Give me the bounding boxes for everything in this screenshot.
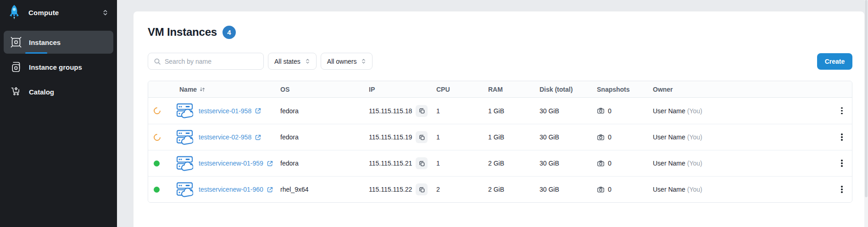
rocket-logo-icon <box>6 4 23 21</box>
external-link-icon[interactable] <box>255 107 262 114</box>
os-value: fedora <box>280 107 369 115</box>
sidebar-item-instances[interactable]: Instances <box>4 31 113 54</box>
owner-value: User Name (You) <box>653 133 832 141</box>
product-name: Compute <box>28 9 59 17</box>
instances-table: Name OS IP CPU RAM Disk (total) Snapshot… <box>148 81 852 203</box>
instance-count-badge: 4 <box>223 26 236 39</box>
row-actions-kebab-button[interactable] <box>835 105 848 117</box>
instance-name-link[interactable]: testservicenew-01-959 <box>199 159 263 168</box>
toolbar: All states All owners Create <box>148 53 852 70</box>
ram-value: 2 GiB <box>488 160 540 167</box>
snapshot-count: 0 <box>608 107 612 115</box>
copy-icon <box>418 107 425 114</box>
owners-filter-dropdown[interactable]: All owners <box>321 53 373 70</box>
copy-ip-button[interactable] <box>416 157 428 169</box>
disk-value: 30 GiB <box>540 160 597 167</box>
copy-ip-button[interactable] <box>416 183 428 195</box>
cart-icon <box>10 86 22 98</box>
disk-value: 30 GiB <box>540 133 597 141</box>
column-header-ram: RAM <box>488 86 540 93</box>
snapshot-camera-icon <box>597 160 605 167</box>
external-link-icon[interactable] <box>255 134 262 141</box>
ram-value: 1 GiB <box>488 133 540 141</box>
owner-value: User Name (You) <box>653 160 832 167</box>
row-actions-kebab-button[interactable] <box>835 157 848 170</box>
instance-name-link[interactable]: testservice-02-958 <box>199 133 251 142</box>
external-link-icon[interactable] <box>267 186 273 193</box>
column-header-owner: Owner <box>653 86 832 93</box>
unfold-icon <box>102 9 109 16</box>
column-header-snapshots: Snapshots <box>597 86 653 93</box>
sort-icon <box>199 86 206 93</box>
copy-icon <box>418 160 425 167</box>
ip-value: 115.115.115.19 <box>369 133 412 141</box>
table-row: testservicenew-01-960 rhel_9x64 115.115.… <box>148 176 852 202</box>
chip-icon <box>10 36 22 48</box>
table-header: Name OS IP CPU RAM Disk (total) Snapshot… <box>148 81 852 98</box>
column-header-ip: IP <box>369 86 436 93</box>
product-switcher-button[interactable] <box>102 9 109 16</box>
page-title: VM Instances <box>148 26 217 39</box>
instance-name-link[interactable]: testservicenew-01-960 <box>199 185 263 194</box>
column-header-disk: Disk (total) <box>540 86 597 93</box>
instance-name-link[interactable]: testservice-01-958 <box>199 106 251 116</box>
search-box[interactable] <box>148 53 264 70</box>
vm-server-icon <box>176 103 193 118</box>
external-link-icon[interactable] <box>267 160 273 167</box>
sidebar-item-label: Instances <box>29 39 61 46</box>
column-header-cpu: CPU <box>436 86 488 93</box>
page-scrollbar <box>864 0 868 227</box>
create-button[interactable]: Create <box>817 53 852 70</box>
copy-ip-button[interactable] <box>416 105 428 117</box>
sidebar-item-catalog[interactable]: Catalog <box>4 80 113 103</box>
content-card: VM Instances 4 All states All owners <box>134 11 864 227</box>
copy-icon <box>418 134 425 141</box>
states-filter-label: All states <box>274 58 300 65</box>
ip-value: 115.115.115.21 <box>369 160 412 167</box>
cpu-value: 2 <box>436 186 488 193</box>
snapshot-count: 0 <box>608 186 612 193</box>
owner-you-note: (You) <box>687 107 702 115</box>
os-value: fedora <box>280 133 369 141</box>
ram-value: 2 GiB <box>488 186 540 193</box>
sidebar-nav: Instances Instance groups Catalog <box>0 31 117 103</box>
sidebar-item-label: Catalog <box>29 88 54 96</box>
disk-value: 30 GiB <box>540 186 597 193</box>
vm-server-icon <box>176 156 193 171</box>
vm-server-icon <box>176 130 193 145</box>
states-filter-dropdown[interactable]: All states <box>268 53 317 70</box>
vm-server-icon <box>176 182 193 197</box>
row-actions-kebab-button[interactable] <box>835 183 848 196</box>
snapshot-count: 0 <box>608 133 612 141</box>
owner-you-note: (You) <box>687 160 702 167</box>
ip-value: 115.115.115.18 <box>369 107 412 115</box>
status-creating-spinner-icon <box>152 106 162 116</box>
snapshot-camera-icon <box>597 107 605 115</box>
copy-ip-button[interactable] <box>416 131 428 143</box>
scrollbar-thumb[interactable] <box>865 0 868 197</box>
sidebar: Compute Instances Instance groups <box>0 0 117 227</box>
column-header-name[interactable]: Name <box>170 86 280 93</box>
ram-value: 1 GiB <box>488 107 540 115</box>
chip-group-icon <box>10 61 22 73</box>
snapshot-count: 0 <box>608 160 612 167</box>
cpu-value: 1 <box>436 133 488 141</box>
owner-you-note: (You) <box>687 133 702 141</box>
snapshot-camera-icon <box>597 186 605 194</box>
search-input[interactable] <box>165 58 259 65</box>
os-value: fedora <box>280 160 369 167</box>
status-creating-spinner-icon <box>152 132 162 142</box>
owner-value: User Name (You) <box>653 186 832 193</box>
disk-value: 30 GiB <box>540 107 597 115</box>
column-header-os: OS <box>280 86 369 93</box>
snapshot-camera-icon <box>597 133 605 141</box>
table-row: testservicenew-01-959 fedora 115.115.115… <box>148 150 852 176</box>
copy-icon <box>418 186 425 193</box>
unfold-icon <box>361 58 367 64</box>
owner-you-note: (You) <box>687 186 702 193</box>
sidebar-item-instance-groups[interactable]: Instance groups <box>4 55 113 78</box>
cpu-value: 1 <box>436 160 488 167</box>
status-running-icon <box>154 161 160 166</box>
sidebar-item-label: Instance groups <box>29 63 82 71</box>
row-actions-kebab-button[interactable] <box>835 131 848 144</box>
